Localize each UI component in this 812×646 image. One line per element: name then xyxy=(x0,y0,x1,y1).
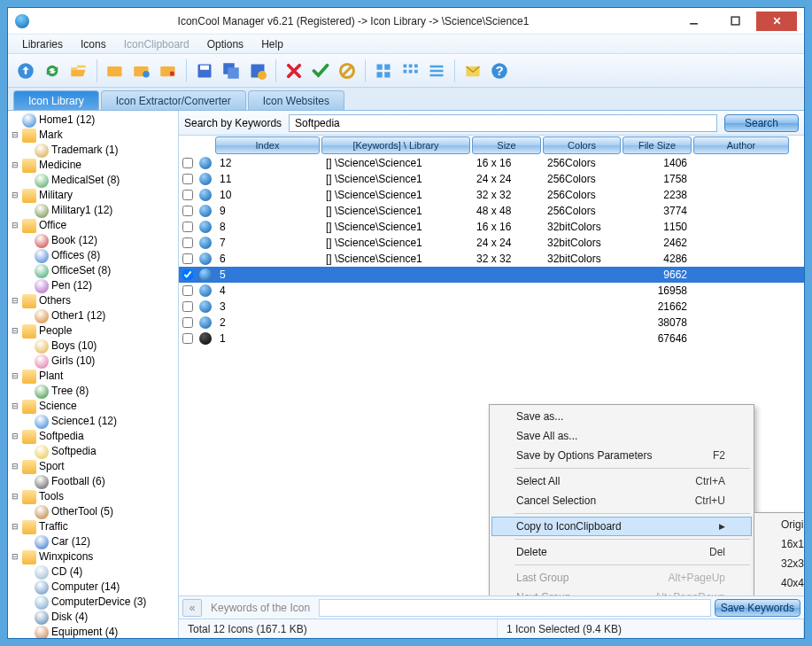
menu-item[interactable]: Save by Options ParametersF2 xyxy=(491,446,752,465)
save-multi-icon[interactable] xyxy=(219,58,244,83)
row-checkbox[interactable] xyxy=(182,285,193,296)
hint-prev-button[interactable]: « xyxy=(182,599,202,617)
table-row[interactable]: 59662 xyxy=(179,267,804,283)
tree-label[interactable]: OtherTool (5) xyxy=(51,504,113,519)
menu-item[interactable]: Save as... xyxy=(491,407,752,426)
table-row[interactable]: 321662 xyxy=(179,299,804,315)
tree-twist[interactable]: ⊟ xyxy=(10,401,19,411)
tree-label[interactable]: Science xyxy=(39,399,77,414)
tree-label[interactable]: Medicine xyxy=(39,158,81,173)
refresh-icon[interactable] xyxy=(40,58,65,83)
tree-label[interactable]: MedicalSet (8) xyxy=(51,173,120,188)
table-row[interactable]: 12[] \Science\Science116 x 16256Colors14… xyxy=(179,155,804,171)
menu-item[interactable]: Cancel SelectionCtrl+U xyxy=(491,491,752,510)
tab-icon-websites[interactable]: Icon Websites xyxy=(248,90,344,110)
tree-twist[interactable]: ⊟ xyxy=(10,522,19,532)
close-button[interactable] xyxy=(756,12,797,31)
tree-label[interactable]: Football (6) xyxy=(51,474,105,489)
save-keywords-button[interactable]: Save Keywords xyxy=(715,599,800,617)
column-header[interactable]: [Keywords] \ Library xyxy=(321,136,470,154)
menu-item[interactable]: 16x16(2) xyxy=(756,534,804,554)
row-checkbox[interactable] xyxy=(182,158,193,168)
menu-item[interactable]: Select AllCtrl+A xyxy=(491,471,752,491)
context-menu[interactable]: Save as...Save All as...Save by Options … xyxy=(489,404,754,595)
tree-label[interactable]: Sport xyxy=(39,459,65,474)
tree-label[interactable]: Softpedia xyxy=(51,444,97,459)
table-row[interactable]: 6[] \Science\Science132 x 3232bitColors4… xyxy=(179,251,804,267)
tree-label[interactable]: Plant xyxy=(39,369,63,384)
save-icon[interactable] xyxy=(192,58,217,83)
tree-label[interactable]: Computer (14) xyxy=(51,580,120,595)
menu-item[interactable]: DeleteDel xyxy=(491,542,752,562)
minimize-button[interactable] xyxy=(673,12,714,31)
row-checkbox[interactable] xyxy=(182,206,193,216)
search-input[interactable] xyxy=(289,114,717,132)
tree-twist[interactable]: ⊟ xyxy=(10,160,19,170)
menu-item[interactable]: 48x48(5) xyxy=(756,593,804,595)
row-checkbox[interactable] xyxy=(182,253,193,264)
mail-icon[interactable] xyxy=(460,58,485,83)
table-row[interactable]: 9[] \Science\Science148 x 48256Colors377… xyxy=(179,203,804,219)
column-header[interactable]: Size xyxy=(472,136,541,154)
tree-label[interactable]: Pen (12) xyxy=(51,278,92,293)
tree-twist[interactable]: ⊟ xyxy=(10,130,19,140)
row-checkbox[interactable] xyxy=(182,269,193,280)
tree-label[interactable]: Military xyxy=(39,188,73,203)
tree-label[interactable]: Home1 (12) xyxy=(39,113,95,128)
row-checkbox[interactable] xyxy=(182,301,193,312)
context-submenu[interactable]: Original Size(1)Ctrl+Alt+C16x16(2)32x32(… xyxy=(754,512,804,595)
up-icon[interactable] xyxy=(13,58,38,83)
table-row[interactable]: 7[] \Science\Science124 x 2432bitColors2… xyxy=(179,235,804,251)
tree-twist[interactable]: ⊟ xyxy=(10,326,19,336)
forbid-icon[interactable] xyxy=(335,58,360,83)
maximize-button[interactable] xyxy=(715,12,755,31)
column-header[interactable]: Index xyxy=(215,136,320,154)
row-checkbox[interactable] xyxy=(182,222,193,232)
tree-twist[interactable]: ⊟ xyxy=(10,221,19,230)
table-row[interactable]: 10[] \Science\Science132 x 32256Colors22… xyxy=(179,187,804,203)
menu-icons[interactable]: Icons xyxy=(72,35,115,53)
tree-label[interactable]: Military1 (12) xyxy=(51,203,112,218)
column-header[interactable]: Author xyxy=(693,136,789,154)
tree-label[interactable]: Trademark (1) xyxy=(51,143,119,158)
tree-label[interactable]: Others xyxy=(39,293,71,308)
tree-twist[interactable]: ⊟ xyxy=(10,492,19,502)
folder-a-icon[interactable] xyxy=(103,58,128,83)
save-gear-icon[interactable] xyxy=(245,58,270,83)
view-list-icon[interactable] xyxy=(424,58,449,83)
table-row[interactable]: 8[] \Science\Science116 x 1632bitColors1… xyxy=(179,219,804,235)
menu-help[interactable]: Help xyxy=(252,35,292,53)
table-row[interactable]: 238078 xyxy=(179,315,804,331)
menu-item[interactable]: 32x32(3) xyxy=(756,554,804,573)
tree-label[interactable]: Car (12) xyxy=(51,534,90,549)
tree-twist[interactable]: ⊟ xyxy=(10,371,19,381)
menu-item[interactable]: 40x40(4) xyxy=(756,573,804,593)
folder-c-icon[interactable] xyxy=(156,58,181,83)
view-small-icon[interactable] xyxy=(398,58,422,83)
menu-item[interactable]: Copy to IconClipboard▶ xyxy=(491,517,752,536)
tree-label[interactable]: Girls (10) xyxy=(51,354,95,369)
tree-label[interactable]: OfficeSet (8) xyxy=(51,263,111,278)
menu-options[interactable]: Options xyxy=(198,35,252,53)
tree-label[interactable]: Other1 (12) xyxy=(51,308,105,323)
search-button[interactable]: Search xyxy=(724,114,799,132)
row-checkbox[interactable] xyxy=(182,174,193,184)
tree-label[interactable]: Traffic xyxy=(39,519,68,534)
row-checkbox[interactable] xyxy=(182,317,193,328)
tree-label[interactable]: Softpedia xyxy=(39,429,84,444)
tree-label[interactable]: Office xyxy=(39,218,66,233)
row-checkbox[interactable] xyxy=(182,190,193,200)
library-tree[interactable]: Home1 (12)⊟MarkTrademark (1)⊟MedicineMed… xyxy=(8,111,179,638)
tree-twist[interactable]: ⊟ xyxy=(10,552,19,562)
row-checkbox[interactable] xyxy=(182,333,193,344)
column-header[interactable]: File Size xyxy=(623,136,692,154)
tree-label[interactable]: Mark xyxy=(39,128,63,143)
tree-label[interactable]: People xyxy=(39,323,72,339)
tab-icon-library[interactable]: Icon Library xyxy=(13,90,99,110)
delete-icon[interactable] xyxy=(282,58,306,83)
table-row[interactable]: 11[] \Science\Science124 x 24256Colors17… xyxy=(179,171,804,187)
tree-label[interactable]: Winxpicons xyxy=(39,549,93,564)
menu-libraries[interactable]: Libraries xyxy=(13,35,72,53)
tree-twist[interactable]: ⊟ xyxy=(10,432,19,441)
tree-label[interactable]: Equipment (4) xyxy=(51,625,118,638)
